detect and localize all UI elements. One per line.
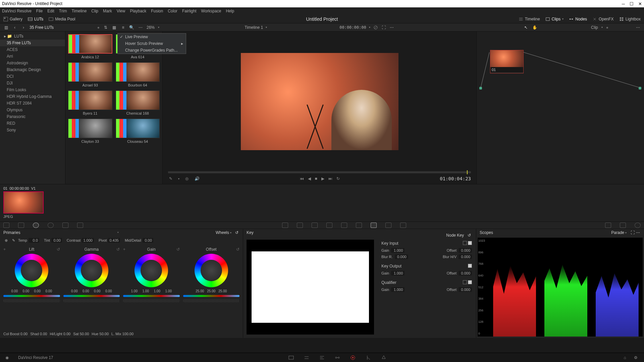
gamma-jog[interactable] [63, 299, 120, 302]
menu-item[interactable]: Mark [103, 9, 112, 13]
key-icon[interactable] [385, 223, 391, 228]
tint-value[interactable]: 0.00 [51, 238, 62, 243]
colboost-value[interactable]: 0.00 [20, 332, 28, 336]
gamma-reset-icon[interactable]: ↺ [116, 247, 120, 252]
qual-offset[interactable]: 0.000 [459, 287, 472, 292]
back-button[interactable]: ‹ [12, 25, 17, 30]
menu-item[interactable]: Fusion [151, 9, 163, 13]
window-icon[interactable] [326, 223, 332, 228]
tree-item-hdrst[interactable]: HDR ST 2084 [0, 100, 65, 107]
zoom-level[interactable]: 26% [147, 25, 155, 30]
blur-icon[interactable] [371, 223, 377, 228]
sat-value[interactable]: 50.00 [80, 332, 89, 336]
tree-item-hdrhlog[interactable]: HDR Hybrid Log-Gamma [0, 93, 65, 100]
mediapool-toggle[interactable]: Media Pool [49, 17, 75, 21]
luts-toggle[interactable]: LUTs [28, 17, 43, 21]
key-preview[interactable] [247, 240, 374, 335]
project-settings-icon[interactable]: ⚙ [633, 355, 639, 361]
ctx-hover-scrub[interactable]: Hover Scrub Preview [118, 40, 186, 47]
lut-card[interactable]: Clouseau 54 [116, 119, 160, 143]
auto-balance-icon[interactable]: ⊕ [3, 238, 9, 243]
play-icon[interactable]: ▶ [321, 176, 324, 181]
timeline-name[interactable]: Timeline 1 [245, 25, 263, 30]
master-timecode[interactable]: 00:00:00:00 [339, 25, 366, 30]
input-invert-key[interactable] [468, 241, 472, 245]
input-gain[interactable]: 1.000 [391, 248, 405, 253]
tree-item-arri[interactable]: Arri [0, 53, 65, 60]
lut-thumb[interactable] [116, 119, 160, 138]
rgb-mixer-icon[interactable] [62, 223, 68, 228]
parade-scope[interactable]: 10238967686405123842561280 [478, 238, 643, 337]
media-page-icon[interactable] [288, 355, 294, 361]
offset-ybar[interactable] [183, 295, 240, 297]
scopes-mode[interactable]: Parade [611, 230, 624, 235]
camera-raw-icon[interactable] [3, 223, 9, 228]
viewer-area[interactable] [163, 32, 476, 171]
nodes-options-icon[interactable]: ⋯ [635, 25, 641, 30]
tree-item-olympus[interactable]: Olympus [0, 107, 65, 113]
menu-item[interactable]: Trim [59, 9, 67, 13]
curves-icon[interactable] [282, 223, 288, 228]
ctx-change-path[interactable]: Change PowerGrades Path... [118, 47, 186, 54]
fairlight-page-icon[interactable] [365, 355, 371, 361]
lut-thumb[interactable] [68, 119, 112, 138]
menu-item[interactable]: Workspace [201, 9, 221, 13]
edit-page-icon[interactable] [319, 355, 325, 361]
menu-item[interactable]: File [36, 9, 43, 13]
offset-jog[interactable] [183, 299, 240, 302]
cut-page-icon[interactable] [304, 355, 310, 361]
list-view-icon[interactable]: ≡ [120, 25, 126, 30]
tree-item-35free[interactable]: 35 Free LUTs [0, 40, 65, 46]
lut-card[interactable]: Chemical 168 [116, 90, 160, 115]
lift-reset-icon[interactable]: ↺ [57, 247, 60, 252]
hue-value[interactable]: 50.00 [100, 332, 109, 336]
first-frame-icon[interactable]: ⏮ [300, 176, 304, 181]
tree-item-aces[interactable]: ACES [0, 46, 65, 53]
tree-item-astrodesign[interactable]: Astrodesign [0, 60, 65, 66]
qual-invert-matte[interactable] [463, 280, 467, 284]
output-invert-key[interactable] [468, 264, 472, 268]
search-icon[interactable]: 🔍 [129, 25, 135, 30]
prev-frame-icon[interactable]: ◀ [308, 176, 311, 181]
contrast-value[interactable]: 1.000 [82, 238, 94, 243]
lut-card[interactable]: Azrael 93 [68, 62, 112, 87]
hdr-wheels-icon[interactable] [48, 223, 54, 228]
menu-item[interactable]: View [117, 9, 125, 13]
mute-icon[interactable]: 🔊 [194, 176, 200, 181]
clip-dropdown-label[interactable]: Clip [591, 25, 598, 30]
tree-item-dji[interactable]: DJI [0, 80, 65, 86]
menu-item[interactable]: DaVinci Resolve [2, 9, 32, 13]
lut-card[interactable]: Byers 11 [68, 90, 112, 115]
color-page-icon[interactable] [350, 355, 356, 361]
color-wheels-icon[interactable] [33, 223, 39, 228]
scopes-expand-icon[interactable]: ⛶ [630, 230, 635, 235]
close-button[interactable]: ✕ [638, 1, 642, 6]
pick-wb-icon[interactable]: ✎ [11, 238, 16, 243]
tree-item-blackmagic[interactable]: Blackmagic Design [0, 66, 65, 73]
openfx-toggle[interactable]: OpenFX [592, 17, 614, 21]
lut-thumb[interactable] [116, 90, 160, 110]
qualifier-icon[interactable] [312, 223, 318, 228]
input-blurhv[interactable]: 0.000 [459, 254, 472, 259]
panel-toggle-icon[interactable]: ▥ [3, 25, 9, 30]
primaries-reset-icon[interactable]: ↺ [234, 230, 239, 235]
sort-icon[interactable]: ⇅ [103, 25, 108, 30]
hilight-value[interactable]: 0.00 [63, 332, 70, 336]
gain-jog[interactable] [123, 299, 180, 302]
deliver-page-icon[interactable] [381, 355, 387, 361]
pivot-value[interactable]: 0.435 [108, 238, 120, 243]
tree-root[interactable]: ▸ 📁LUTs [0, 33, 65, 40]
timeline-toggle[interactable]: Timeline [519, 17, 540, 21]
ctx-live-preview[interactable]: Live Preview [118, 34, 186, 40]
lift-jog[interactable] [3, 299, 60, 302]
fusion-page-icon[interactable] [334, 355, 340, 361]
hand-icon[interactable]: ✋ [532, 25, 537, 30]
lut-card[interactable]: Arabica 12 [68, 34, 112, 59]
input-offset[interactable]: 0.000 [459, 248, 472, 253]
tree-item-red[interactable]: RED [0, 120, 65, 127]
lut-thumb[interactable] [116, 62, 160, 82]
maximize-button[interactable]: ☐ [630, 1, 634, 6]
offset-reset-icon[interactable]: ↺ [236, 247, 239, 252]
motion-effects-icon[interactable] [77, 223, 83, 228]
menu-item[interactable]: Fairlight [182, 9, 197, 13]
